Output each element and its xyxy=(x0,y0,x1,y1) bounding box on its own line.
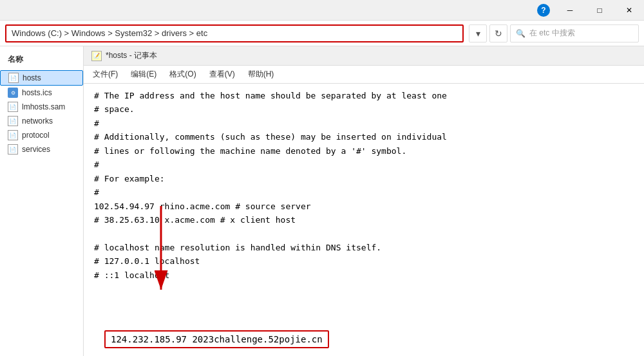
file-name-hosts-ics: hosts.ics xyxy=(22,88,52,97)
file-item-services[interactable]: 📄 services xyxy=(0,142,83,156)
content-line-1: # The IP address and the host name shoul… xyxy=(94,89,634,102)
content-line-5: # lines or following the machine name de… xyxy=(94,144,634,158)
maximize-button[interactable]: □ xyxy=(585,0,614,21)
file-icon-hosts-ics: ⚙ xyxy=(8,88,18,98)
file-icon-lmhosts: 📄 xyxy=(8,102,18,112)
entry-line-text: 124.232.185.97 2023challenge.52pojie.cn xyxy=(104,330,329,348)
file-item-hosts[interactable]: 📄 hosts xyxy=(0,70,83,86)
content-line-9: 102.54.94.97 rhino.acme.com # source ser… xyxy=(94,200,634,213)
right-panel: 📝 *hosts - 记事本 文件(F) 编辑(E) 格式(O) 查看(V) 帮… xyxy=(84,46,644,356)
file-name-protocol: protocol xyxy=(22,131,50,140)
content-line-8: # xyxy=(94,185,634,199)
search-icon: 🔍 xyxy=(516,29,526,38)
help-button[interactable]: ? xyxy=(537,4,550,17)
menu-format[interactable]: 格式(O) xyxy=(163,66,202,82)
notepad-icon: 📝 xyxy=(91,51,102,61)
content-line-14: # ::1 localhost xyxy=(94,268,634,282)
panel-header: 名称 xyxy=(0,52,83,70)
file-item-protocol[interactable]: 📄 protocol xyxy=(0,128,83,142)
title-bar: ? ─ □ ✕ xyxy=(0,0,644,21)
content-line-7: # For example: xyxy=(94,172,634,185)
file-icon-services: 📄 xyxy=(8,144,18,155)
notepad-body: # The IP address and the host name shoul… xyxy=(84,84,644,356)
address-bar: Windows (C:) > Windows > System32 > driv… xyxy=(0,21,644,46)
path-text: Windows (C:) > Windows > System32 > driv… xyxy=(12,28,207,38)
title-bar-right: ? xyxy=(537,4,550,17)
notepad-title: *hosts - 记事本 xyxy=(106,50,157,61)
title-bar-controls: ─ □ ✕ xyxy=(555,0,644,21)
minimize-button[interactable]: ─ xyxy=(555,0,585,21)
file-item-lmhosts[interactable]: 📄 lmhosts.sam xyxy=(0,100,83,114)
file-icon-hosts: 📄 xyxy=(8,73,19,83)
file-name-hosts: hosts xyxy=(23,73,41,82)
notepad-menu: 文件(F) 编辑(E) 格式(O) 查看(V) 帮助(H) xyxy=(84,66,644,84)
file-icon-networks: 📄 xyxy=(8,116,18,126)
content-line-6: # xyxy=(94,158,634,171)
content-line-4: # Additionally, comments (such as these)… xyxy=(94,130,634,144)
content-line-10: # 38.25.63.10 x.acme.com # x client host xyxy=(94,213,634,227)
notepad-content[interactable]: # The IP address and the host name shoul… xyxy=(84,84,644,324)
menu-view[interactable]: 查看(V) xyxy=(203,66,242,82)
content-line-12: # localhost name resolution is handled w… xyxy=(94,241,634,254)
content-line-13: # 127.0.0.1 localhost xyxy=(94,254,634,268)
main-area: 名称 📄 hosts ⚙ hosts.ics 📄 lmhosts.sam 📄 n… xyxy=(0,46,644,356)
notepad-title-bar: 📝 *hosts - 记事本 xyxy=(84,46,644,66)
file-item-networks[interactable]: 📄 networks xyxy=(0,114,83,128)
file-item-hosts-ics[interactable]: ⚙ hosts.ics xyxy=(0,86,83,100)
refresh-button[interactable]: ↻ xyxy=(489,24,507,42)
file-name-networks: networks xyxy=(22,117,53,126)
content-line-11 xyxy=(94,227,634,240)
file-name-lmhosts: lmhosts.sam xyxy=(22,102,65,111)
file-icon-protocol: 📄 xyxy=(8,130,18,140)
menu-file[interactable]: 文件(F) xyxy=(86,66,124,82)
left-panel: 名称 📄 hosts ⚙ hosts.ics 📄 lmhosts.sam 📄 n… xyxy=(0,46,84,356)
search-placeholder: 在 etc 中搜索 xyxy=(529,28,575,39)
dropdown-button[interactable]: ▾ xyxy=(469,24,487,42)
content-line-3: # xyxy=(94,117,634,130)
file-name-services: services xyxy=(22,145,50,154)
address-path[interactable]: Windows (C:) > Windows > System32 > driv… xyxy=(5,24,464,42)
bottom-entry: 124.232.185.97 2023challenge.52pojie.cn xyxy=(84,324,644,356)
search-box[interactable]: 🔍 在 etc 中搜索 xyxy=(510,24,639,42)
menu-help[interactable]: 帮助(H) xyxy=(242,66,281,82)
address-actions: ▾ ↻ xyxy=(469,24,507,42)
menu-edit[interactable]: 编辑(E) xyxy=(124,66,163,82)
close-button[interactable]: ✕ xyxy=(614,0,644,21)
content-line-2: # space. xyxy=(94,102,634,116)
